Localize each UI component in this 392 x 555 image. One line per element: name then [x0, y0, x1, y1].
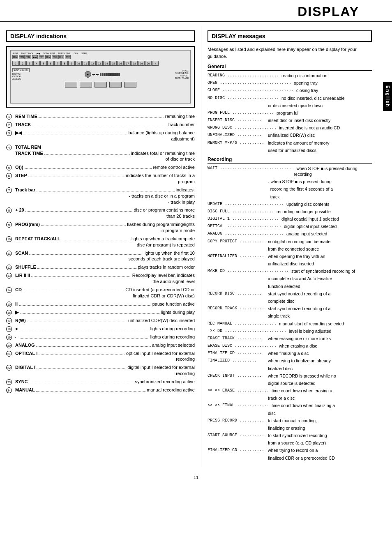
item-row: STEP indicates the number of tracks in a: [15, 173, 195, 179]
display-button[interactable]: [95, 82, 107, 88]
msg-text: level is being adjusted: [288, 328, 372, 334]
msg-xx-final: ×× ×× FINAL ............. time countdown…: [208, 403, 372, 408]
display-diagram: REM TIME TRACK ▶◀ TOTAL REM TRACK TIME C…: [6, 46, 195, 108]
page-number-value: 11: [194, 475, 198, 480]
indicator-cont: of disc or track: [15, 156, 195, 162]
indicator-content: DIGITAL I digital input I selected for e…: [15, 364, 195, 377]
indicator-term: STEP: [15, 173, 27, 179]
page-header: DISPLAY: [0, 0, 392, 22]
level-segment: [106, 73, 108, 76]
msg-insert-disc: INSERT DISC .......... insert disc or in…: [208, 117, 372, 123]
indicator-cont: program: [15, 179, 195, 185]
track-num: 18: [131, 61, 138, 66]
center-controls: ▶ ◀◀ ▶▶: [85, 71, 120, 78]
msg-text: time countdown when finalizing a: [271, 403, 372, 408]
indicator-content: II pause function active: [15, 301, 195, 307]
indicator-content: STEP indicates the number of tracks in a…: [15, 173, 195, 185]
msg-reading: READING ..................... reading di…: [208, 73, 372, 78]
indicator-item-11: 11 SCAN lights up when the first 10 seco…: [6, 250, 195, 263]
display-button[interactable]: [80, 82, 92, 88]
indicator-icon: TRK: [25, 55, 31, 59]
msg-code: REC MANUAL .................: [208, 321, 278, 327]
level-segment: [112, 73, 114, 76]
display-button[interactable]: [65, 82, 77, 88]
msg-press-record: PRESS RECORD .......... to start manual …: [208, 418, 372, 424]
display-button[interactable]: [124, 82, 136, 88]
indicator-content: CD CD inserted (a pre-recorded CD or fin…: [15, 287, 195, 299]
indicator-cont: disc (or program) is repeated: [15, 242, 195, 248]
msg-cont: digital source is detected: [208, 380, 372, 386]
msg-text: when trying to finalize an already: [267, 358, 372, 364]
indicator-term: PROG(ram): [15, 221, 40, 228]
top-labels: REM TIME TRACK ▶◀ TOTAL REM TRACK TIME C…: [12, 52, 189, 55]
indicator-icon: REM: [12, 55, 18, 59]
indicator-content: + 20 disc or program contains more than …: [15, 207, 195, 219]
indicator-desc: balance (lights up during balance: [129, 130, 195, 136]
msg-prog-full: PROG FULL ................. program full: [208, 110, 372, 116]
msg-memory: MEMORY ××P/o .......... indicates the am…: [208, 140, 372, 146]
indicator-cont: - track in play: [15, 199, 195, 205]
indicator-term: O))): [15, 164, 23, 170]
input-labels: DIGITAL IOPTICAL IANALOG: [12, 73, 30, 80]
content-area: DISPLAY indications REM TIME TRACK ▶◀ TO…: [0, 22, 392, 467]
msg-cont: or disc inserted upside down: [208, 103, 372, 108]
msg-check-input: CHECK INPUT .......... when RECORD is pr…: [208, 373, 372, 379]
indicator-desc: remote control active: [153, 164, 195, 170]
indicator-item-8: 8 + 20 disc or program contains more tha…: [6, 207, 195, 219]
msg-cont: function selected: [208, 283, 372, 289]
msg-cont: finalizing or erasing: [208, 425, 372, 431]
msg-code: OPEN .............................: [208, 80, 293, 86]
msg-record-disc: RECORD DISC .......... start synchronize…: [208, 291, 372, 297]
item-row: O))) remote control active: [15, 164, 195, 170]
msg-code: PRESS RECORD ..........: [208, 418, 267, 424]
indicator-item-16: 16 ▶ lights during play: [6, 309, 195, 315]
indicator-item-24: 24 MANUAL manual recording active: [6, 387, 195, 393]
indicator-term: REPEAT TRACK/ALL: [15, 236, 60, 242]
indicator-item-20: 20 ANALOG analog input selected: [6, 342, 195, 348]
msg-cont: track or a disc: [208, 395, 372, 401]
item-row: REPEAT TRACK/ALL .lights up when a track…: [15, 236, 195, 242]
msg-make-cd: MAKE CD ......................... start …: [208, 268, 372, 274]
indicator-content: Track bar indicates: - tracks on a disc …: [15, 187, 195, 205]
indicator-desc: indicates the number of tracks in a: [126, 173, 195, 179]
category-recording: Recording: [208, 157, 372, 164]
indicator-item-6: 6 STEP indicates the number of tracks in…: [6, 173, 195, 185]
display-button[interactable]: [109, 82, 122, 88]
indicator-desc: disc or program contains more: [134, 207, 195, 213]
language-label: English: [385, 85, 390, 108]
indicator-icon: TIME: [19, 55, 25, 59]
messages-intro: Messages as listed and explained here ma…: [208, 46, 372, 60]
track-num: 20: [145, 61, 152, 66]
indicator-item-18: 18 ● lights during recording: [6, 326, 195, 332]
indicator-term: + 20: [15, 207, 24, 213]
level-segment: [100, 73, 101, 76]
indicator-desc: lights up when the first 10: [143, 250, 195, 256]
msg-text: when finalizing a disc: [267, 350, 372, 356]
item-row: CD CD inserted (a pre-recorded CD or: [15, 287, 195, 293]
indicator-term: SCAN: [15, 250, 28, 256]
item-row: TRACK TIME indicates total or remaining …: [15, 150, 195, 157]
indicator-item-17: 17 R(W) unfinalized CDR(W) disc inserted: [6, 318, 195, 324]
display-buttons-row: [12, 82, 189, 88]
play-button[interactable]: ▶: [85, 71, 91, 78]
item-row: + 20 disc or program contains more: [15, 207, 195, 213]
indicator-desc: .lights up when a track/complete: [130, 236, 195, 242]
prog-area: PROGSHUFFLE ALLREPEATSCAN TRACK: [175, 69, 189, 79]
track-num: 4: [33, 61, 40, 66]
indicators-list: 1 REM TIME remaining time 2 TRACK tr: [6, 113, 195, 393]
indicator-desc: track number: [168, 122, 195, 128]
indicator-desc: indicates total or remaining time: [131, 150, 195, 157]
language-tab: English: [383, 82, 392, 111]
msg-cont: complete disc: [208, 298, 372, 304]
track-num: 6: [47, 61, 54, 66]
track-num: 9: [68, 61, 75, 66]
msg-text: manual start of recording selected: [278, 321, 372, 327]
right-section-title: DISPLAY messages: [208, 30, 372, 42]
page-number: 11: [0, 467, 392, 484]
msg-text: inserted disc is not an audio CD: [278, 125, 372, 131]
msg-cont: recording the first 4 seconds of a: [208, 186, 372, 192]
indicator-cont: adjustment): [15, 136, 195, 142]
item-row: SHUFFLE plays tracks in random order: [15, 264, 195, 270]
msg-cont: finalized CDR or a prerecorded CD: [208, 455, 372, 461]
msg-optical: OPTICAL ...................... digital o…: [208, 223, 372, 229]
